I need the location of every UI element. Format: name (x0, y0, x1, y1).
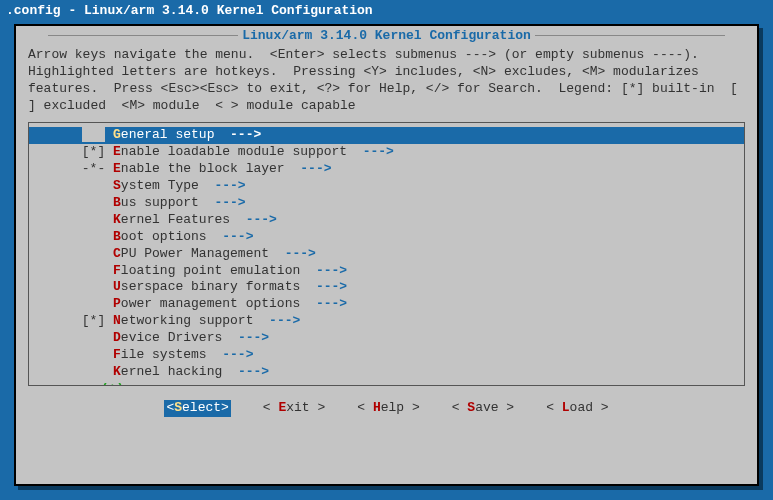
menu-item[interactable]: Userspace binary formats ---> (29, 279, 744, 296)
config-window: Linux/arm 3.14.0 Kernel Configuration Ar… (14, 24, 759, 486)
menu-item[interactable]: -*- Enable the block layer ---> (29, 161, 744, 178)
desktop: .config - Linux/arm 3.14.0 Kernel Config… (0, 0, 773, 500)
button-row: <Select>< Exit >< Help >< Save >< Load > (20, 394, 753, 421)
dialog-title-text: Linux/arm 3.14.0 Kernel Configuration (242, 28, 531, 43)
menu-item[interactable]: Kernel Features ---> (29, 212, 744, 229)
menu-item[interactable]: Kernel hacking ---> (29, 364, 744, 381)
menu-item[interactable]: Device Drivers ---> (29, 330, 744, 347)
save-button[interactable]: < Save > (452, 400, 514, 417)
menu-list[interactable]: General setup ---> [*] Enable loadable m… (28, 122, 745, 386)
select-button[interactable]: <Select> (164, 400, 230, 417)
menu-item[interactable]: Power management options ---> (29, 296, 744, 313)
window-titlebar: .config - Linux/arm 3.14.0 Kernel Config… (0, 0, 773, 23)
scroll-down-indicator: v(+) (29, 381, 744, 387)
menu-item[interactable]: Bus support ---> (29, 195, 744, 212)
menu-item[interactable]: File systems ---> (29, 347, 744, 364)
menu-item[interactable]: CPU Power Management ---> (29, 246, 744, 263)
help-button[interactable]: < Help > (357, 400, 419, 417)
menu-item[interactable]: General setup ---> (29, 127, 744, 144)
menu-item[interactable]: System Type ---> (29, 178, 744, 195)
exit-button[interactable]: < Exit > (263, 400, 325, 417)
menu-item[interactable]: [*] Enable loadable module support ---> (29, 144, 744, 161)
menu-item[interactable]: Floating point emulation ---> (29, 263, 744, 280)
help-text: Arrow keys navigate the menu. <Enter> se… (20, 47, 753, 121)
dialog-title: Linux/arm 3.14.0 Kernel Configuration (20, 28, 753, 45)
menu-item[interactable]: [*] Networking support ---> (29, 313, 744, 330)
menu-item[interactable]: Boot options ---> (29, 229, 744, 246)
load-button[interactable]: < Load > (546, 400, 608, 417)
